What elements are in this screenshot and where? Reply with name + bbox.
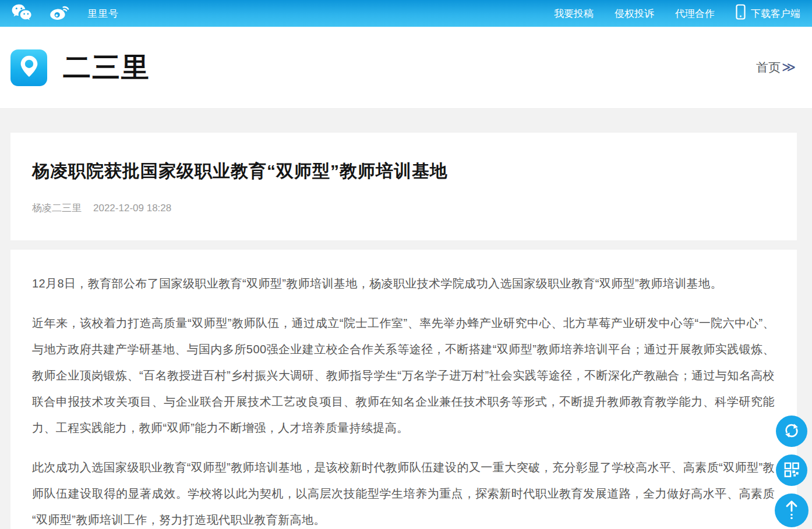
social-icons <box>12 3 70 23</box>
site-logo-text[interactable]: 二三里 <box>63 49 150 86</box>
topbar-brand[interactable]: 里里号 <box>87 7 119 20</box>
floating-toolbar <box>775 416 809 527</box>
link-submit-article[interactable]: 我要投稿 <box>554 7 594 20</box>
refresh-button[interactable] <box>776 416 807 447</box>
article-paragraph: 近年来，该校着力打造高质量“双师型”教师队伍，通过成立“院士工作室”、率先举办蜂… <box>32 310 775 441</box>
topbar-links: 我要投稿 侵权投诉 代理合作 下载客户端 <box>554 4 800 23</box>
article-meta: 杨凌二三里 2022-12-09 18:28 <box>32 201 775 215</box>
site-header: 二三里 首页 ≫ <box>0 27 812 109</box>
phone-icon <box>736 4 746 23</box>
weibo-icon[interactable] <box>49 3 70 23</box>
article-author[interactable]: 杨凌二三里 <box>32 201 82 215</box>
article-title-card: 杨凌职院获批国家级职业教育“双师型”教师培训基地 杨凌二三里 2022-12-0… <box>10 133 797 240</box>
back-to-top-button[interactable] <box>775 494 809 527</box>
qrcode-icon <box>783 461 800 480</box>
back-to-top-icon <box>782 499 801 522</box>
article-title: 杨凌职院获批国家级职业教育“双师型”教师培训基地 <box>32 159 775 183</box>
home-link[interactable]: 首页 ≫ <box>756 59 796 76</box>
link-download-app[interactable]: 下载客户端 <box>736 4 800 23</box>
article-paragraph: 12月8日，教育部公布了国家级职业教育“双师型”教师培训基地，杨凌职业技术学院成… <box>32 271 775 297</box>
article-date: 2022-12-09 18:28 <box>93 203 171 214</box>
location-pin-icon <box>19 54 40 81</box>
home-link-label: 首页 <box>756 59 781 76</box>
article-body-card: 12月8日，教育部公布了国家级职业教育“双师型”教师培训基地，杨凌职业技术学院成… <box>10 250 797 529</box>
double-chevron-right-icon: ≫ <box>782 59 796 75</box>
link-report-infringement[interactable]: 侵权投诉 <box>615 7 654 20</box>
link-agency-cooperation[interactable]: 代理合作 <box>675 7 715 20</box>
qrcode-button[interactable] <box>776 455 807 486</box>
refresh-icon <box>783 422 800 441</box>
wechat-icon[interactable] <box>12 3 33 23</box>
article-paragraph: 此次成功入选国家级职业教育“双师型”教师培训基地，是该校新时代教师队伍建设的又一… <box>32 455 775 529</box>
site-logo[interactable] <box>10 49 47 86</box>
download-app-label: 下载客户端 <box>751 7 800 20</box>
top-bar: 里里号 我要投稿 侵权投诉 代理合作 下载客户端 <box>0 0 812 27</box>
page-background: 杨凌职院获批国家级职业教育“双师型”教师培训基地 杨凌二三里 2022-12-0… <box>0 109 812 529</box>
